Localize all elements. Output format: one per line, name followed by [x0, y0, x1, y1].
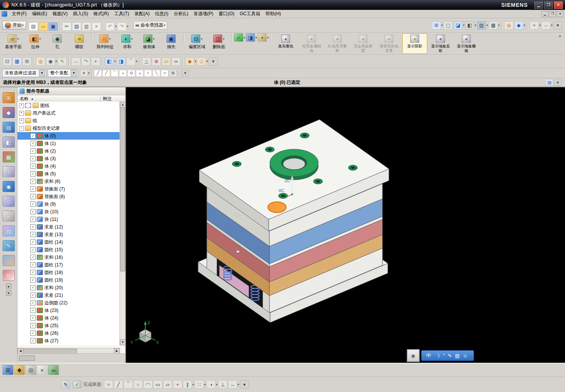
menu-item[interactable]: 插入(S)	[70, 10, 91, 18]
minimize-button[interactable]: ▁	[534, 2, 543, 9]
menu-item[interactable]: 信息(I)	[152, 10, 171, 18]
tree-group-row[interactable]: +用户表达式	[17, 109, 120, 117]
checkbox-checked-icon[interactable]: ✓	[30, 323, 36, 328]
tree-item-row[interactable]: ✓块 (10)	[17, 208, 120, 216]
checkbox-checked-icon[interactable]: ✓	[30, 270, 36, 275]
checkbox-checked-icon[interactable]: ✓	[30, 164, 36, 169]
mirror-curve-icon[interactable]: ◑	[206, 380, 216, 389]
doc-minimize-button[interactable]: ▁	[541, 11, 548, 17]
measure-icon[interactable]: +	[530, 21, 539, 30]
dropdown-arrow-icon[interactable]: ▾	[201, 37, 202, 41]
menu-item[interactable]: 装配(A)	[132, 10, 152, 18]
checkbox-checked-icon[interactable]: ✓	[30, 338, 36, 343]
checkbox-checked-icon[interactable]: ✓	[30, 186, 36, 192]
zoom-window-icon[interactable]: ◎	[25, 365, 36, 375]
checkbox-checked-icon[interactable]: ✓	[30, 202, 36, 207]
snap-bounded-grid-icon[interactable]: ⊞	[169, 70, 177, 77]
delete-icon[interactable]: ×	[92, 22, 101, 31]
checkbox-checked-icon[interactable]: ✓	[30, 156, 36, 161]
expression-check-icon[interactable]: ✓	[234, 33, 243, 42]
snap-point-on-face-icon[interactable]: ▱	[161, 70, 168, 77]
ime-language-indicator[interactable]: 中	[426, 352, 431, 359]
checkbox-checked-icon[interactable]: ✓	[30, 194, 36, 199]
snap-mid-point-icon[interactable]: ╱	[102, 70, 110, 77]
dropdown-arrow-icon[interactable]: ▾	[486, 24, 488, 27]
sync-views-icon[interactable]: ↷	[81, 57, 90, 66]
checkbox-checked-icon[interactable]: ✓	[30, 293, 36, 298]
tree-expander-icon[interactable]: −	[19, 126, 24, 131]
prompt-dock-icon[interactable]: ▨	[546, 79, 553, 86]
panel-resize-handle[interactable]	[19, 356, 35, 361]
tree-item-row[interactable]: ✓求差 (12)	[17, 223, 120, 231]
menu-item[interactable]: GC工具箱	[237, 10, 263, 18]
background-icon[interactable]: ▨	[477, 21, 486, 30]
dropdown-arrow-icon[interactable]: ▾	[475, 24, 476, 27]
profile-icon[interactable]: ≈	[104, 380, 113, 389]
menu-item[interactable]: 视图(V)	[50, 10, 70, 18]
command-finder-button[interactable]: ∞ 命令查找器 ▾	[133, 21, 167, 30]
show-shadow-button[interactable]: ●显示阴影	[402, 33, 427, 54]
reuse-library-icon[interactable]: ◧	[3, 137, 15, 148]
menu-item[interactable]: 窗口(O)	[216, 10, 237, 18]
ime-tool-icon-0[interactable]: ☽	[436, 353, 440, 359]
floor-reflection-button[interactable]: ●显示地板反射	[428, 33, 453, 54]
display-mode-icon[interactable]: ▢	[444, 21, 453, 30]
color-palette-icon[interactable]: ▤	[3, 225, 15, 236]
tree-group-row[interactable]: −模型历史记录	[17, 124, 120, 132]
dropdown-arrow-icon[interactable]: ▾	[88, 71, 90, 75]
checkbox-checked-icon[interactable]: ✓	[30, 179, 36, 184]
delete-face-button[interactable]: ◫▾删除面	[208, 33, 230, 51]
strip-scroll-down-icon[interactable]: ▼	[6, 290, 11, 296]
dropdown-arrow-icon[interactable]: ▾	[127, 25, 128, 28]
ime-tool-icon-4[interactable]: ☺	[463, 353, 467, 359]
work-grid-icon[interactable]: ⊞	[22, 57, 31, 66]
notes-icon[interactable]: ☰	[3, 211, 15, 222]
red-plastic-button[interactable]: ●红色亮泽塑料	[325, 33, 350, 54]
checkbox-checked-icon[interactable]: ✓	[30, 277, 36, 283]
new-file-icon[interactable]: ▤	[29, 22, 38, 31]
selection-filter-combobox[interactable]: 没有选择过滤器 ▼	[2, 69, 46, 77]
scope-dropdown-icon[interactable]: ▼	[71, 70, 77, 76]
checkbox-checked-icon[interactable]: ✓	[30, 331, 36, 336]
save-icon[interactable]: ▣	[49, 22, 58, 31]
tree-item-row[interactable]: ✓求和 (20)	[17, 284, 120, 291]
dropdown-arrow-icon[interactable]: ▾	[498, 24, 500, 27]
tree-item-row[interactable]: ✓体 (26)	[17, 329, 120, 337]
tree-item-row[interactable]: ✓圆柱 (15)	[17, 246, 120, 253]
checkbox-checked-icon[interactable]: ✓	[30, 239, 36, 245]
orient-view-icon[interactable]: ◆	[514, 21, 523, 30]
tree-item-row[interactable]: ✓块 (11)	[17, 216, 120, 223]
screens-icon[interactable]: ⊞	[432, 21, 441, 30]
toolbar-options-icon[interactable]: ▾	[553, 21, 562, 30]
menu-item[interactable]: 工具(T)	[112, 10, 132, 18]
checkbox-checked-icon[interactable]: ✓	[30, 255, 36, 260]
polygon-icon[interactable]: ▱	[163, 380, 172, 389]
fillet-icon[interactable]: ◠	[143, 380, 153, 389]
web-browser-icon[interactable]: ◉	[3, 181, 15, 192]
checkbox-checked-icon[interactable]: ✓	[30, 133, 36, 139]
arc-icon[interactable]: ⌒	[124, 380, 133, 389]
snap-arc-center-icon[interactable]: ⊙	[127, 70, 135, 77]
immediate-hide-icon[interactable]: ◎	[36, 57, 45, 66]
datum-grid-icon[interactable]: ▱	[162, 57, 171, 66]
ime-tool-icon-2[interactable]: ✎	[448, 353, 452, 359]
dropdown-arrow-icon[interactable]: ▾	[17, 37, 19, 41]
distance-icon[interactable]: ↔	[541, 21, 551, 30]
open-icon[interactable]: ▱	[39, 22, 48, 31]
menu-item[interactable]: 分析(L)	[171, 10, 191, 18]
close-button[interactable]: ✕	[554, 2, 563, 9]
scroll-up-icon[interactable]: ▲	[120, 102, 126, 108]
curve-analysis-icon[interactable]: ⌒	[126, 57, 135, 66]
sketcher-icon[interactable]: ✎	[3, 240, 15, 251]
sort-ascending-icon[interactable]: ▲	[31, 97, 34, 101]
sync-modeling-icon[interactable]: ◨	[246, 33, 255, 42]
history-palette-icon[interactable]: ⊙	[3, 196, 15, 207]
strip-scroll-up-icon[interactable]: ▲	[6, 283, 11, 289]
edit-object-display-icon[interactable]: ✎	[58, 57, 67, 66]
tree-item-row[interactable]: ✓求和 (16)	[17, 253, 120, 261]
thread-button[interactable]: ≈螺纹	[69, 33, 90, 51]
column-note[interactable]: 附注	[101, 96, 112, 102]
dropdown-arrow-icon[interactable]: ▾	[267, 36, 269, 39]
prompt-expand-icon[interactable]: ▾	[554, 79, 562, 86]
menu-item[interactable]: 格式(R)	[91, 10, 112, 18]
